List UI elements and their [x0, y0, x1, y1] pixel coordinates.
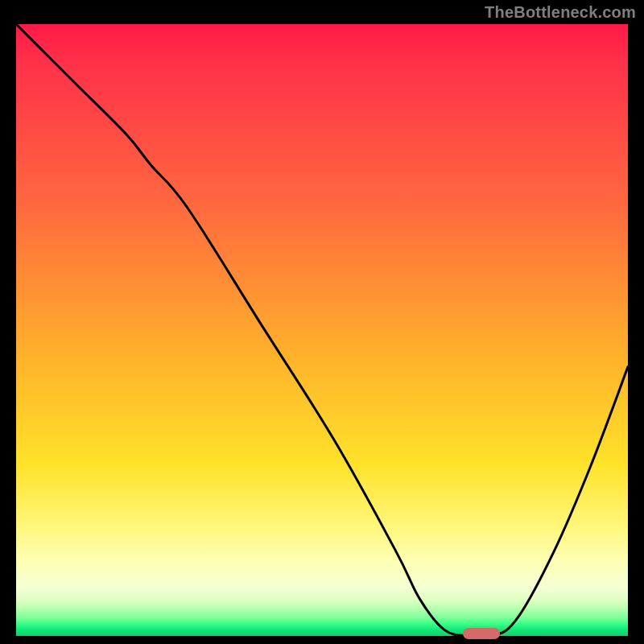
curve-layer	[16, 24, 628, 636]
plot-area	[16, 24, 628, 636]
chart-canvas: TheBottleneck.com	[0, 0, 644, 644]
watermark-label: TheBottleneck.com	[485, 3, 636, 22]
optimum-marker	[463, 628, 500, 639]
bottleneck-curve	[16, 24, 628, 636]
